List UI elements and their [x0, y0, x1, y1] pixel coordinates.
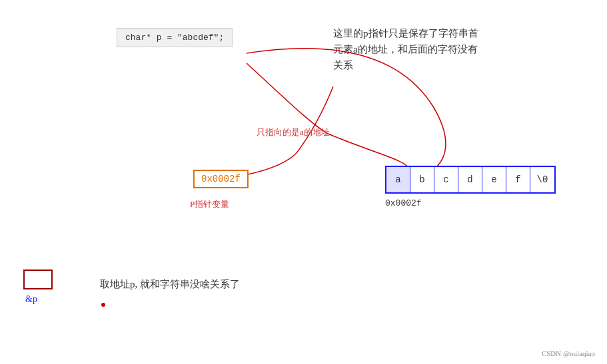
red-dot	[101, 303, 105, 307]
annotation-top-line2: 元素a的地址，和后面的字符没有	[333, 41, 478, 57]
array-cell-0: a	[386, 167, 410, 192]
array-cell-4: e	[482, 167, 506, 192]
code-box: char* p = "abcdef";	[117, 28, 233, 47]
annotation-bottom: 取地址p, 就和字符串没啥关系了	[100, 278, 240, 291]
address-box	[23, 270, 53, 289]
pointer-box: 0x0002f	[193, 170, 249, 188]
array-cell-3: d	[458, 167, 482, 192]
watermark: CSDN @oulaqiao	[542, 349, 595, 357]
array-cell-2: c	[434, 167, 458, 192]
array-cell-1: b	[410, 167, 434, 192]
array-box: a b c d e f \0	[385, 166, 556, 194]
array-address: 0x0002f	[385, 198, 422, 208]
annotation-top: 这里的p指针只是保存了字符串首 元素a的地址，和后面的字符没有 关系	[333, 25, 478, 73]
pointer-label: P指针变量	[190, 198, 229, 210]
code-line1: char* p = "abcdef";	[125, 33, 224, 43]
array-cell-6: \0	[530, 167, 554, 192]
pointer-value: 0x0002f	[201, 174, 241, 184]
annotation-top-line3: 关系	[333, 57, 478, 73]
array-cell-5: f	[506, 167, 530, 192]
annotation-mid: 只指向的是a的地址	[257, 126, 330, 138]
annotation-top-line1: 这里的p指针只是保存了字符串首	[333, 25, 478, 41]
amp-p-label: &p	[25, 294, 37, 305]
